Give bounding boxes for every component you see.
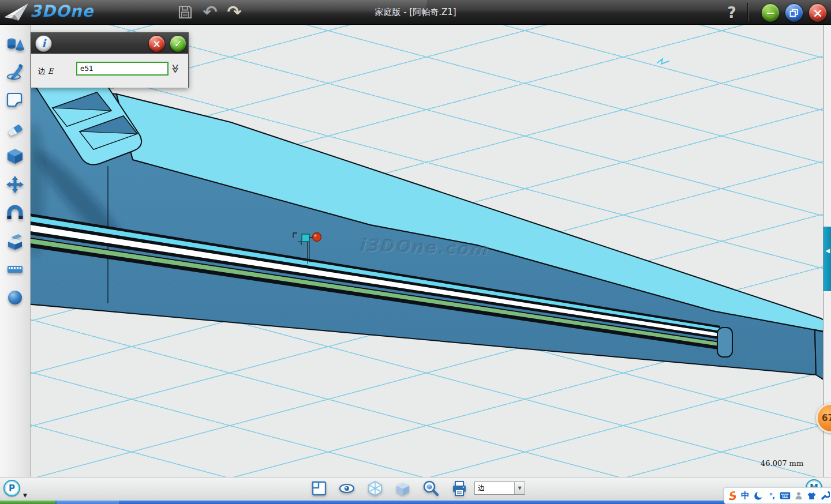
measurement-readout: 46.007 mm (761, 459, 803, 468)
toolbar-zoom-button[interactable] (421, 479, 441, 498)
zoom-magnifier-icon (422, 479, 440, 498)
restore-button[interactable] (785, 3, 803, 22)
move-arrows-icon (6, 175, 24, 194)
dropdown-arrow-icon: ▼ (514, 482, 525, 494)
help-button[interactable]: ? (721, 2, 742, 22)
tool-sidebar (0, 24, 31, 477)
sidebar-tool-solid-primitives[interactable] (5, 34, 25, 55)
wireframe-cube-icon (366, 480, 384, 497)
expand-options-chevron[interactable]: ≫ (170, 64, 181, 73)
os-taskbar-sliver[interactable] (0, 501, 831, 504)
help-icon: ? (727, 3, 736, 21)
sogou-logo-button[interactable]: S (726, 489, 738, 502)
ime-settings-button[interactable] (819, 489, 831, 502)
edge-field-label: 边E (38, 66, 54, 77)
pane-view-icon (310, 480, 328, 497)
shaded-cube-icon (394, 480, 411, 497)
ime-fullwidth-toggle[interactable] (753, 489, 765, 502)
minimize-button[interactable]: − (761, 3, 780, 22)
sidebar-tool-sketch[interactable] (5, 62, 25, 82)
wrench-icon (820, 491, 830, 501)
sogou-ime-toolbar: S 中 °, (724, 487, 831, 504)
close-icon: × (813, 7, 823, 18)
visibility-eye-icon (338, 480, 356, 497)
3done-application-window: 3DOne ↶ ↷ 家庭版 - [阿帕奇.Z1] ? − (0, 0, 831, 504)
sidebar-tool-surface[interactable] (5, 89, 25, 110)
dialog-body: 边E ≫ (31, 54, 188, 88)
print-icon (451, 480, 468, 497)
panel-collapse-handle[interactable]: ◀ (823, 227, 831, 291)
close-button[interactable]: × (808, 3, 827, 22)
sidebar-tool-deform[interactable] (5, 118, 25, 138)
toolbar-visibility-button[interactable] (337, 479, 357, 498)
redo-icon: ↷ (227, 3, 241, 21)
restore-icon (789, 9, 799, 17)
deform-eraser-icon (6, 119, 24, 137)
profile-menu-button[interactable]: P (3, 480, 20, 497)
sidebar-tool-combine[interactable] (5, 231, 25, 251)
user-icon (794, 491, 803, 501)
sidebar-tool-constraint[interactable] (5, 202, 25, 223)
profile-caret-icon[interactable]: ▼ (23, 493, 27, 498)
taskbar-start-segment[interactable] (0, 501, 55, 504)
edge-input[interactable] (76, 62, 169, 76)
pick-filter-dropdown[interactable]: 边 ▼ (474, 482, 525, 495)
ime-account-button[interactable] (792, 489, 804, 502)
viewport-3d[interactable]: i3DOne.com 46.007 mm i × ✓ 边E ≫ (30, 24, 823, 477)
ime-softkeyboard-button[interactable] (779, 489, 791, 502)
ime-punctuation-toggle[interactable]: °, (766, 489, 778, 502)
sketch-pencil-icon (6, 63, 24, 81)
window-titlebar[interactable]: 3DOne ↶ ↷ 家庭版 - [阿帕奇.Z1] ? − (0, 0, 831, 25)
view-toolbar: P ▼ (0, 477, 831, 501)
keyboard-icon (780, 491, 791, 500)
surface-sheet-icon (6, 91, 24, 109)
sidebar-tool-feature[interactable] (5, 146, 25, 167)
material-sphere-icon (6, 288, 24, 307)
redo-button[interactable]: ↷ (224, 2, 245, 22)
collapse-arrow-icon: ◀ (825, 247, 830, 291)
rail-end-cap[interactable] (717, 328, 732, 357)
undo-icon: ↶ (203, 3, 217, 21)
minimize-icon: − (766, 7, 775, 18)
save-icon (177, 4, 193, 20)
taskbar-app-segment[interactable] (57, 501, 119, 504)
sketch-artifact (657, 59, 669, 64)
sogou-logo-icon: S (727, 488, 737, 503)
toolbar-print-button[interactable] (450, 479, 469, 498)
confirm-check-icon: ✓ (174, 38, 182, 50)
sidebar-tool-measure[interactable] (5, 259, 25, 280)
titlebar-divider (748, 3, 748, 21)
tshirt-icon (807, 491, 817, 501)
dialog-confirm-button[interactable]: ✓ (170, 35, 186, 52)
save-button[interactable] (175, 2, 196, 22)
marker-anchor-handle[interactable] (302, 234, 309, 242)
toolbar-wireframe-button[interactable] (365, 479, 385, 498)
edge-select-dialog: i × ✓ 边E ≫ (31, 32, 189, 88)
dialog-header[interactable]: i × ✓ (31, 33, 188, 54)
magnet-icon (6, 204, 24, 222)
pick-filter-value: 边 (475, 483, 514, 493)
wing-end-face[interactable] (815, 330, 823, 381)
undo-button[interactable]: ↶ (200, 2, 220, 22)
combine-solids-icon (6, 232, 24, 250)
info-icon: i (35, 35, 52, 52)
toolbar-pane-view-button[interactable] (309, 479, 329, 498)
ime-skin-button[interactable] (806, 489, 818, 502)
toolbar-shaded-button[interactable] (393, 479, 413, 498)
sidebar-tool-transform[interactable] (5, 174, 25, 195)
ime-language-toggle[interactable]: 中 (739, 489, 751, 502)
app-logo-text: 3DOne (30, 2, 93, 21)
moon-icon (754, 491, 763, 501)
measure-caliper-icon (6, 260, 24, 279)
sidebar-tool-material[interactable] (5, 287, 25, 308)
dialog-cancel-button[interactable]: × (148, 35, 165, 52)
cancel-x-icon: × (152, 38, 160, 50)
marker-drag-ball[interactable] (313, 233, 321, 242)
solid-primitives-icon (6, 35, 24, 54)
feature-cube-icon (6, 147, 24, 166)
document-title: 家庭版 - [阿帕奇.Z1] (242, 7, 589, 18)
paper-plane-logo-icon (3, 2, 29, 22)
